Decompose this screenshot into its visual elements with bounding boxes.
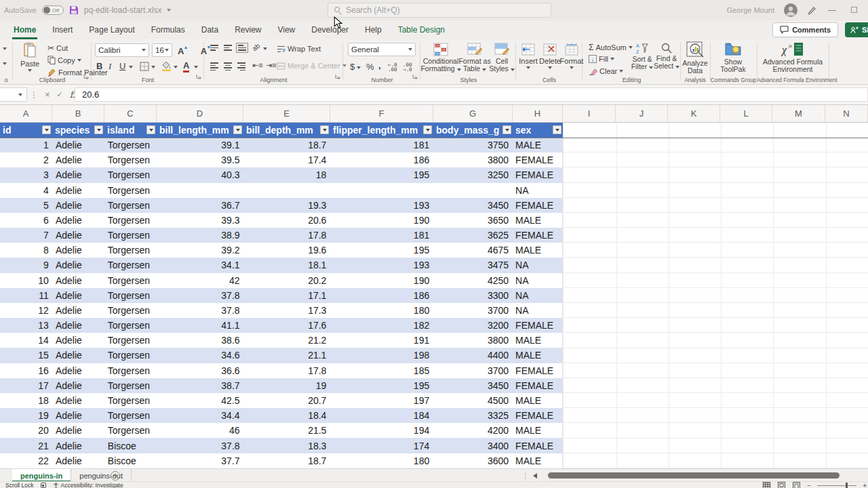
cell[interactable]: FEMALE	[512, 318, 562, 333]
cell[interactable]: 174	[330, 438, 433, 453]
cell[interactable]: 193	[330, 258, 433, 272]
scroll-left-icon[interactable]	[533, 473, 537, 479]
borders-chevron-icon[interactable]	[151, 66, 155, 68]
zoom-slider-thumb[interactable]	[846, 483, 848, 488]
cell[interactable]: Adelie	[52, 393, 104, 408]
increase-indent-icon[interactable]: ⇥≡	[266, 61, 277, 70]
cell[interactable]: 4200	[433, 423, 512, 438]
cell[interactable]: 3400	[433, 438, 512, 453]
cell[interactable]: 3325	[433, 408, 512, 423]
grow-font-button[interactable]: A▲	[178, 46, 184, 56]
cell[interactable]: 3800	[433, 333, 512, 348]
cell[interactable]: MALE	[512, 393, 562, 408]
cell[interactable]: 13	[0, 318, 52, 333]
cell[interactable]: Biscoe	[104, 438, 157, 453]
cell[interactable]: Adelie	[52, 258, 104, 272]
cell[interactable]: 180	[330, 303, 433, 318]
new-sheet-button[interactable]: +	[111, 471, 120, 481]
tab-review[interactable]: Review	[226, 20, 269, 39]
cell[interactable]: 3450	[433, 378, 512, 393]
tab-help[interactable]: Help	[357, 20, 390, 39]
cell[interactable]: 39.3	[157, 213, 243, 228]
empty-cells-region[interactable]	[563, 138, 868, 468]
cell[interactable]: Adelie	[52, 423, 104, 438]
horizontal-scrollbar[interactable]: ⋮	[522, 469, 868, 482]
cell[interactable]: 19	[243, 378, 330, 393]
column-header-L[interactable]: L	[720, 105, 772, 122]
share-button[interactable]: Share	[845, 22, 868, 37]
table-header-flipper_length_mm[interactable]: flipper_length_mm	[330, 123, 433, 138]
accounting-format-icon[interactable]: $	[350, 62, 355, 72]
cell[interactable]: 180	[330, 453, 433, 468]
cell[interactable]: MALE	[512, 453, 562, 468]
cell[interactable]: Torgersen	[104, 288, 157, 303]
cell[interactable]: MALE	[512, 333, 562, 348]
clear-button[interactable]: Clear	[589, 67, 623, 75]
column-header-B[interactable]: B	[52, 105, 104, 122]
cell[interactable]: 3800	[433, 152, 512, 167]
cell[interactable]: Adelie	[52, 288, 104, 303]
cell[interactable]: 1	[0, 138, 52, 152]
minimize-button[interactable]: —	[826, 5, 838, 15]
align-left-icon[interactable]	[210, 62, 218, 70]
cell[interactable]	[243, 183, 330, 198]
cell[interactable]: 22	[0, 453, 52, 468]
empty-cells-row1[interactable]	[563, 123, 868, 138]
autosum-button[interactable]: Σ AutoSum	[589, 43, 633, 52]
cell[interactable]: FEMALE	[512, 167, 562, 182]
sheet-tab-penguins-in[interactable]: penguins-in	[12, 469, 71, 482]
cell[interactable]: 3450	[433, 198, 512, 213]
cell[interactable]: 3200	[433, 318, 512, 333]
cell[interactable]: 16	[0, 363, 52, 378]
cell[interactable]: 3600	[433, 453, 512, 468]
cell[interactable]: Torgersen	[104, 138, 157, 152]
cell[interactable]: 3	[0, 167, 52, 182]
user-name[interactable]: George Mount	[727, 6, 774, 14]
cell[interactable]: 18.4	[243, 408, 330, 423]
bold-button[interactable]: B	[96, 61, 102, 71]
cell[interactable]: 21.1	[243, 348, 330, 363]
font-size-select[interactable]: 16	[152, 43, 172, 57]
column-header-C[interactable]: C	[104, 105, 157, 122]
cell[interactable]: 4675	[433, 243, 512, 258]
cell[interactable]: 18	[243, 167, 330, 182]
cell[interactable]: 3700	[433, 303, 512, 318]
cell[interactable]: Adelie	[52, 228, 104, 243]
cell[interactable]: Adelie	[52, 348, 104, 363]
cell[interactable]: 3700	[433, 363, 512, 378]
cell[interactable]: 17	[0, 378, 52, 393]
column-header-M[interactable]: M	[772, 105, 825, 122]
cell[interactable]: Torgersen	[104, 183, 157, 198]
enter-icon[interactable]: ✓	[57, 90, 63, 99]
cell[interactable]: Torgersen	[104, 152, 157, 167]
cell[interactable]: Torgersen	[104, 167, 157, 182]
cell[interactable]: 17.8	[243, 363, 330, 378]
tab-insert[interactable]: Insert	[44, 20, 81, 39]
cell[interactable]: 181	[330, 138, 433, 152]
fill-color-chevron-icon[interactable]	[174, 66, 178, 68]
cell[interactable]: 36.6	[157, 363, 243, 378]
avatar[interactable]	[784, 3, 797, 17]
cell[interactable]: Adelie	[52, 198, 104, 213]
cell[interactable]: 20.7	[243, 393, 330, 408]
cell[interactable]: 195	[330, 243, 433, 258]
restore-button[interactable]	[848, 5, 860, 15]
cell[interactable]: 4250	[433, 273, 512, 288]
cell[interactable]: 39.2	[157, 243, 243, 258]
column-header-N[interactable]: N	[825, 105, 868, 122]
cell[interactable]: FEMALE	[512, 378, 562, 393]
cell[interactable]: FEMALE	[512, 198, 562, 213]
cell[interactable]: 4	[0, 183, 52, 198]
cell[interactable]: 6	[0, 213, 52, 228]
cell[interactable]: 17.1	[243, 288, 330, 303]
cell[interactable]: Torgersen	[104, 273, 157, 288]
cell[interactable]: Torgersen	[104, 303, 157, 318]
column-header-J[interactable]: J	[616, 105, 668, 122]
tab-view[interactable]: View	[269, 20, 303, 39]
cell[interactable]: MALE	[512, 348, 562, 363]
paste-button[interactable]: Paste	[18, 42, 42, 72]
cell[interactable]: 37.8	[157, 303, 243, 318]
conditional-formatting-button[interactable]: ConditionalFormatting	[423, 43, 458, 73]
cell[interactable]: 17.8	[243, 228, 330, 243]
cell[interactable]: 37.7	[157, 453, 243, 468]
